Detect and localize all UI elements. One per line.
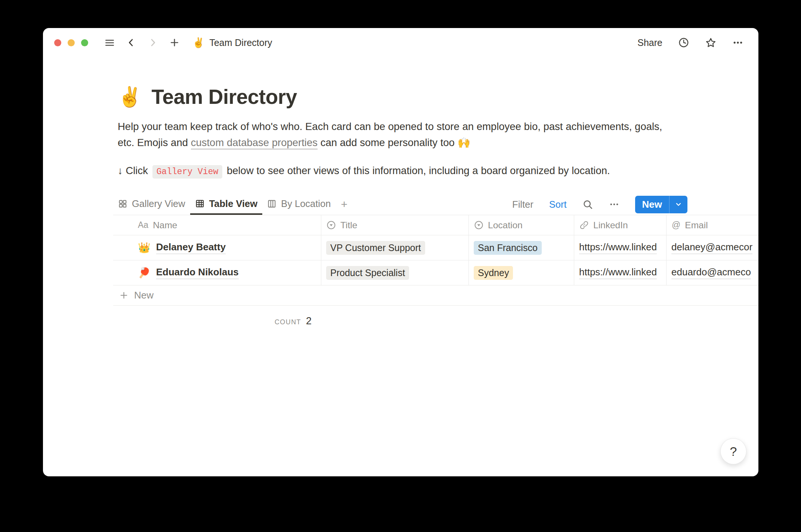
linkedin-url-link[interactable]: https://www.linked	[579, 241, 657, 254]
tab-label: By Location	[281, 198, 331, 209]
new-button-group: New	[635, 196, 687, 213]
back-icon[interactable]	[126, 37, 136, 48]
table-icon	[195, 199, 205, 208]
plus-icon	[119, 291, 129, 300]
sidebar-menu-icon[interactable]	[105, 38, 115, 48]
more-options-icon[interactable]	[732, 37, 743, 48]
url-type-icon	[579, 220, 589, 230]
cell-title[interactable]: Product Specialist	[321, 260, 469, 285]
tab-label: Gallery View	[132, 198, 185, 209]
database-views-bar: Gallery View Table View	[113, 194, 758, 215]
row-emoji: 👑	[138, 242, 151, 254]
column-header-name[interactable]: Aa Name	[113, 215, 321, 235]
tab-by-location[interactable]: By Location	[262, 194, 335, 215]
page-description: Help your team keep track of who's who. …	[118, 119, 667, 151]
column-header-email[interactable]: @ Email	[667, 215, 758, 235]
board-columns-icon	[267, 199, 276, 208]
gallery-grid-icon	[118, 199, 127, 208]
cell-name[interactable]: 🏓 Eduardo Nikolaus	[113, 260, 321, 285]
column-header-title[interactable]: Title	[321, 215, 469, 235]
new-row-button[interactable]: New	[113, 285, 758, 306]
tab-gallery-view[interactable]: Gallery View	[113, 194, 190, 215]
instruction-text: ↓ Click Gallery View below to see other …	[118, 165, 758, 177]
add-view-button[interactable]: +	[335, 194, 353, 215]
breadcrumb-title: Team Directory	[209, 37, 272, 48]
location-tag: Sydney	[474, 266, 513, 280]
cell-linkedin[interactable]: https://www.linked	[574, 260, 667, 285]
email-type-icon: @	[672, 220, 680, 230]
select-type-icon	[474, 220, 483, 230]
page-emoji: ✌️	[192, 37, 204, 49]
person-page-link[interactable]: Delaney Beatty	[156, 241, 226, 254]
table-row: 👑 Delaney Beatty VP Customer Support San…	[113, 235, 758, 260]
notion-app-window: ✌️ Team Directory Share	[43, 28, 758, 476]
cell-location[interactable]: Sydney	[469, 260, 574, 285]
count-aggregate[interactable]: COUNT 2	[109, 306, 317, 327]
sort-button[interactable]: Sort	[549, 199, 567, 210]
tab-label: Table View	[209, 198, 257, 209]
column-header-linkedin[interactable]: LinkedIn	[574, 215, 667, 235]
new-page-icon[interactable]	[169, 37, 180, 48]
count-value: 2	[306, 315, 312, 327]
cell-email[interactable]: eduardo@acmeco	[667, 260, 758, 285]
new-button-chevron-down-icon[interactable]	[669, 196, 687, 213]
gallery-view-code-chip: Gallery View	[152, 165, 223, 179]
cell-email[interactable]: delaney@acmecor	[667, 235, 758, 260]
location-tag: San Francisco	[474, 241, 542, 255]
custom-database-properties-link[interactable]: custom database properties	[191, 137, 318, 149]
share-button[interactable]: Share	[637, 37, 662, 48]
text-type-icon: Aa	[138, 220, 148, 230]
title-tag: VP Customer Support	[326, 241, 425, 255]
view-options-icon[interactable]	[609, 199, 619, 210]
maximize-window-button[interactable]	[81, 39, 88, 46]
row-emoji: 🏓	[138, 267, 151, 279]
history-clock-icon[interactable]	[678, 37, 689, 48]
favorite-star-icon[interactable]	[705, 37, 717, 49]
cell-name[interactable]: 👑 Delaney Beatty	[113, 235, 321, 260]
close-window-button[interactable]	[54, 39, 61, 46]
person-page-link[interactable]: Eduardo Nikolaus	[156, 266, 239, 279]
search-icon[interactable]	[582, 199, 593, 210]
titlebar: ✌️ Team Directory Share	[43, 28, 758, 57]
page-title-emoji: ✌️	[118, 86, 142, 108]
table-header-row: Aa Name Title	[113, 215, 758, 235]
tab-table-view[interactable]: Table View	[190, 194, 262, 215]
table-row: 🏓 Eduardo Nikolaus Product Specialist Sy…	[113, 260, 758, 285]
filter-button[interactable]: Filter	[512, 199, 534, 210]
new-record-button[interactable]: New	[635, 196, 669, 213]
email-link[interactable]: eduardo@acmeco	[671, 266, 751, 279]
cell-linkedin[interactable]: https://www.linked	[574, 235, 667, 260]
window-controls	[54, 39, 88, 46]
cell-title[interactable]: VP Customer Support	[321, 235, 469, 260]
help-button[interactable]: ?	[720, 438, 746, 464]
column-header-location[interactable]: Location	[469, 215, 574, 235]
page-title: ✌️ Team Directory	[118, 85, 758, 109]
breadcrumb[interactable]: ✌️ Team Directory	[192, 37, 272, 49]
minimize-window-button[interactable]	[68, 39, 75, 46]
forward-icon[interactable]	[148, 37, 158, 48]
linkedin-url-link[interactable]: https://www.linked	[579, 266, 657, 279]
email-link[interactable]: delaney@acmecor	[671, 241, 752, 254]
title-tag: Product Specialist	[326, 266, 409, 280]
cell-location[interactable]: San Francisco	[469, 235, 574, 260]
count-label: COUNT	[275, 318, 301, 326]
select-type-icon	[327, 220, 336, 230]
table-view: Aa Name Title	[113, 215, 758, 327]
